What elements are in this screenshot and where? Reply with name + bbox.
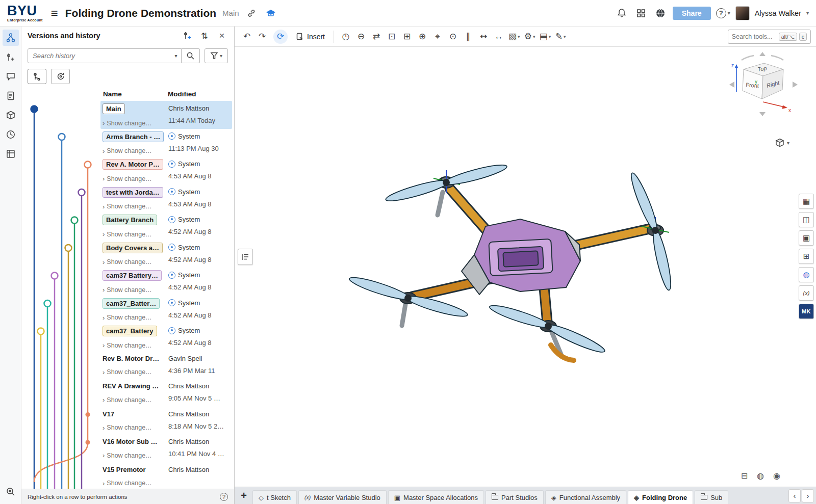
help-menu-button[interactable]: ? ▾ (716, 8, 730, 18)
version-row[interactable]: cam37_Batter… › Show change… System 4:52… (21, 296, 232, 324)
learning-center-icon[interactable] (264, 6, 278, 20)
render-studio-icon[interactable]: ◍ (799, 267, 814, 282)
show-changes-toggle[interactable]: › Show change… (103, 341, 165, 349)
document-tab[interactable]: (x) Master Variable Studio (298, 490, 387, 504)
version-row[interactable]: cam37_Battery › Show change… System 4:52… (21, 323, 232, 351)
cylindrical-mate-icon[interactable]: ⊖ (354, 29, 368, 44)
show-changes-toggle[interactable]: › Show change… (103, 203, 165, 210)
features-list-toggle[interactable] (238, 249, 253, 265)
add-tab-icon[interactable]: + (237, 489, 251, 502)
restructure-icon[interactable]: ⇅ (198, 30, 211, 42)
show-changes-toggle[interactable]: › Show change… (103, 258, 165, 266)
footer-help-icon[interactable]: ? (220, 493, 228, 501)
show-changes-toggle[interactable]: › Show change… (103, 396, 165, 404)
camera-icon[interactable]: ◉ (773, 471, 780, 481)
version-row[interactable]: test with Jorda… › Show change… System 4… (21, 184, 232, 213)
version-row[interactable]: Arms Branch - … › Show change… System 11… (21, 129, 232, 157)
timeline-view-toggle[interactable] (51, 69, 70, 84)
undo-icon[interactable]: ↶ (240, 29, 254, 44)
show-changes-toggle[interactable]: › Show change… (103, 286, 165, 294)
document-tab[interactable]: Part Studios (486, 490, 544, 504)
show-changes-toggle[interactable]: › Show change… (103, 424, 165, 432)
byu-logo[interactable]: BYU Enterprise Account (7, 4, 43, 22)
snap-mode-icon[interactable]: ↭ (476, 29, 491, 44)
document-notes-icon[interactable] (3, 88, 19, 104)
variable-studio-icon[interactable]: (x) (799, 285, 814, 301)
search-tools-input[interactable] (732, 33, 777, 40)
printer-icon[interactable]: ⊟ (741, 471, 748, 481)
planar-mate-icon[interactable]: ⊡ (385, 29, 399, 44)
filter-icon[interactable]: ▾ (205, 48, 228, 63)
share-button[interactable]: Share (673, 7, 711, 20)
ball-mate-icon[interactable]: ⊕ (415, 29, 429, 44)
comments-icon[interactable] (3, 68, 19, 85)
settings-gear-icon[interactable]: ⚙▾ (523, 29, 537, 44)
3d-viewport[interactable]: Top Front Right z x y (235, 47, 816, 487)
main-menu-icon[interactable]: ≡ (49, 6, 60, 20)
document-tab[interactable]: Sub (695, 490, 728, 504)
document-tab[interactable]: ◇ t Sketch (252, 490, 297, 504)
custom-tables-icon[interactable]: ▦ (799, 194, 814, 209)
globe-icon[interactable] (653, 6, 668, 20)
globe-icon[interactable]: ◍ (757, 471, 764, 481)
version-row[interactable]: V17 › Show change… Chris Mattson 8:18 AM… (21, 407, 232, 435)
version-row[interactable]: Main › Show change… Chris Mattson 11:44 … (21, 101, 232, 129)
annotation-icon[interactable]: ✎▾ (553, 29, 568, 44)
avatar[interactable] (735, 6, 750, 20)
document-tab[interactable]: ▣ Master Space Allocations (388, 490, 484, 504)
document-tab[interactable]: ◈ Folding Drone (628, 490, 693, 504)
version-row[interactable]: V16 Motor Sub … › Show change… Chris Mat… (21, 434, 232, 462)
redo-icon[interactable]: ↷ (255, 29, 269, 44)
history-clock-icon[interactable] (3, 126, 19, 143)
document-tab[interactable]: ◈ Functional Assembly (545, 490, 626, 504)
version-row[interactable]: Body Covers a… › Show change… System 4:5… (21, 240, 232, 268)
scroll-tabs-right-icon[interactable]: › (802, 489, 814, 502)
create-version-icon[interactable] (181, 30, 193, 42)
parallel-mate-icon[interactable]: ∥ (461, 29, 475, 44)
show-changes-toggle[interactable]: › Show change… (103, 175, 165, 182)
properties-panel-icon[interactable]: ⊞ (799, 249, 814, 264)
version-row[interactable]: Rev B. Motor Dr… › Show change… Gavin Sp… (21, 351, 232, 379)
version-row[interactable]: REV A Drawing … › Show change… Chris Mat… (21, 379, 232, 407)
version-row[interactable]: Battery Branch › Show change… System 4:5… (21, 212, 232, 240)
update-sync-icon[interactable]: ⟳ (273, 30, 288, 44)
mk-app-icon[interactable]: MK (799, 304, 814, 319)
configurations-icon[interactable]: ▣ (799, 230, 814, 246)
show-changes-toggle[interactable]: › Show change… (103, 314, 165, 322)
view-cube[interactable]: Top Front Right z x y (724, 52, 801, 134)
copy-link-icon[interactable] (244, 6, 259, 20)
user-menu-chevron-icon[interactable]: ▾ (806, 10, 809, 16)
tangent-mate-icon[interactable]: ⊙ (446, 29, 460, 44)
mate-connector-icon[interactable]: ⌖ (430, 29, 445, 44)
scroll-tabs-left-icon[interactable]: ‹ (788, 489, 801, 502)
show-changes-toggle[interactable]: › Show change… (103, 452, 165, 459)
workspace-name[interactable]: Main (222, 9, 239, 17)
explode-view-icon[interactable]: ↔ (492, 29, 506, 44)
search-icon[interactable] (182, 48, 200, 63)
slider-mate-icon[interactable]: ⇄ (369, 29, 384, 44)
show-changes-toggle[interactable]: › Show change… (103, 480, 165, 487)
version-row[interactable]: V15 Premotor › Show change… Chris Mattso… (21, 462, 232, 489)
show-changes-toggle[interactable]: › Show change… (103, 119, 165, 127)
named-views-icon[interactable]: ▤▾ (538, 29, 553, 44)
revolute-mate-icon[interactable]: ◷ (339, 29, 353, 44)
version-row[interactable]: Rev A. Motor P… › Show change… System 4:… (21, 156, 232, 184)
notifications-bell-icon[interactable] (615, 6, 629, 20)
bom-icon[interactable]: ◫ (799, 212, 814, 227)
parts-assembly-icon[interactable] (3, 107, 19, 123)
isometric-view-button[interactable]: ▾ (775, 138, 789, 148)
pattern-icon[interactable]: ▧▾ (507, 29, 522, 44)
properties-table-icon[interactable] (3, 146, 19, 162)
version-row[interactable]: cam37 Battery… › Show change… System 4:5… (21, 268, 232, 296)
search-preview-icon[interactable] (3, 484, 19, 500)
insert-button[interactable]: Insert (292, 33, 329, 41)
graph-view-toggle[interactable] (28, 69, 46, 84)
search-dropdown-chevron-icon[interactable]: ▾ (171, 53, 181, 59)
fastened-mate-icon[interactable]: ⊞ (400, 29, 414, 44)
create-version-icon[interactable] (3, 49, 19, 65)
apps-grid-icon[interactable] (634, 6, 648, 20)
versions-history-icon[interactable] (3, 30, 19, 46)
show-changes-toggle[interactable]: › Show change… (103, 230, 165, 238)
close-icon[interactable]: × (216, 30, 228, 42)
show-changes-toggle[interactable]: › Show change… (103, 368, 165, 376)
